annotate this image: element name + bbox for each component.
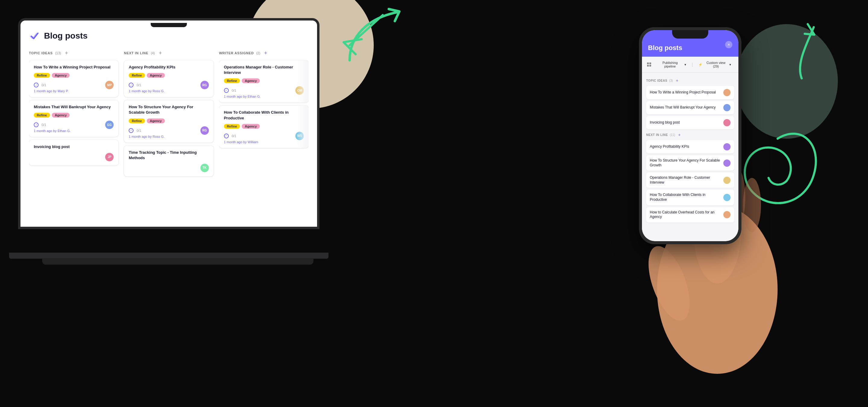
card-time-1: 1 month ago by Mary P. [34, 89, 114, 93]
svg-rect-2 [650, 62, 651, 64]
phone-avatar-6 [723, 177, 731, 184]
phone-section-title-next: NEXT IN LINE [646, 133, 668, 136]
svg-rect-4 [650, 65, 651, 67]
tag-refine-5: Refine [129, 119, 145, 123]
card-title-3: Invoicing blog post [34, 144, 114, 150]
card-title-8: How To Collaborate With Clients in Produ… [224, 110, 304, 121]
phone-item-text-6: Operations Manager Role - Customer Inter… [650, 176, 723, 185]
add-next-button[interactable]: + [157, 50, 163, 56]
card-time-7: 1 month ago by Ethan G. [224, 95, 304, 98]
card-8: How To Collaborate With Clients in Produ… [219, 105, 309, 148]
add-writer-button[interactable]: + [263, 50, 269, 56]
laptop-foot [42, 258, 313, 265]
card-4: Agency Profitability KPIs Refine Agency … [124, 60, 213, 97]
tag-agency: Agency [52, 73, 70, 78]
card-bottom-7: ✓ 0/1 OM [224, 86, 304, 95]
tag-refine-4: Refine [129, 73, 145, 78]
svg-line-0 [350, 15, 383, 45]
card-status-text-4: 0/1 [136, 83, 141, 87]
check-icon-8: ✓ [224, 133, 229, 138]
custom-view-button[interactable]: ⚡ Custom view (29) ▾ [696, 60, 734, 69]
card-status-7: ✓ 0/1 [224, 88, 236, 93]
card-2: Mistakes That Will Bankrupt Your Agency … [29, 100, 119, 137]
phone-list-item-8: How to Calculate Overhead Costs for an A… [646, 207, 734, 222]
card-tags-4: Refine Agency [129, 73, 209, 78]
laptop-base [9, 253, 329, 259]
check-icon-5: ✓ [129, 128, 133, 133]
phone-list-item-4: Agency Profitability KPIs [646, 140, 734, 153]
card-bottom-6: TK [129, 164, 209, 172]
phone-add-topic-button[interactable]: + [676, 78, 678, 83]
divider: | [692, 62, 693, 67]
card-tags-7: Refine Agency [224, 79, 304, 83]
phone-item-text-8: How to Calculate Overhead Costs for an A… [650, 210, 723, 219]
phone-content: TOPIC IDEAS (3) + How To Write a Winning… [642, 73, 738, 241]
avatar-8: WS [296, 132, 304, 140]
card-status-text-7: 0/1 [232, 89, 236, 92]
phone-wrapper: Blog posts × Publishing pipeline ▾ | ⚡ [639, 27, 753, 256]
phone-item-text-2: Mistakes That Will Bankrupt Your Agency [650, 105, 723, 110]
tag-agency-5: Agency [147, 119, 165, 123]
column-count-topic-ideas: (13) [55, 51, 61, 55]
column-topic-ideas: TOPIC IDEAS (13) + How To Write a Winnin… [29, 50, 119, 179]
chevron-down-icon: ▾ [684, 63, 686, 67]
card-time-2: 1 month ago by Ethan G. [34, 129, 114, 133]
phone-avatar-5 [723, 159, 731, 167]
card-tags-2: Refine Agency [34, 113, 114, 118]
app-title: Blog posts [44, 31, 88, 41]
column-title-topic-ideas: TOPIC IDEAS [29, 51, 53, 55]
card-5: How To Structure Your Agency For Scalabl… [124, 100, 213, 142]
tag-agency-8: Agency [242, 124, 260, 129]
card-tags-1: Refine Agency [34, 73, 114, 78]
phone-notch [672, 30, 708, 39]
avatar-1: MP [105, 81, 114, 89]
phone-item-text-3: Invoicing blog post [650, 120, 723, 125]
card-6: Time Tracking Topic - Time Inputting Met… [124, 146, 213, 176]
card-time-8: 1 month ago by William [224, 140, 304, 144]
card-status-text-1: 0/1 [41, 83, 46, 87]
card-status-text-8: 0/1 [232, 134, 236, 138]
deco-arrow-top [338, 6, 428, 67]
card-bottom-5: ✓ 0/1 RG [129, 126, 209, 135]
card-time-4: 1 month ago by Ross G. [129, 89, 209, 93]
phone-avatar-3 [723, 119, 731, 126]
phone-app-title: Blog posts [648, 44, 682, 52]
add-topic-ideas-button[interactable]: + [63, 50, 69, 56]
avatar-3: JP [105, 153, 114, 161]
custom-view-label: Custom view (29) [704, 61, 728, 68]
card-title-6: Time Tracking Topic - Time Inputting Met… [129, 150, 209, 161]
laptop-notch [151, 23, 187, 27]
phone-avatar-8 [723, 211, 731, 218]
card-status-text-5: 0/1 [136, 129, 141, 132]
phone-toolbar: Publishing pipeline ▾ | ⚡ Custom view (2… [642, 57, 738, 73]
phone-item-text-7: How To Collaborate With Clients in Produ… [650, 193, 723, 202]
app-container: Blog posts TOPIC IDEAS (13) + How To Wri [21, 21, 317, 227]
column-next-in-line: NEXT IN LINE (4) + Agency Profitability … [124, 50, 213, 179]
phone-list-item-7: How To Collaborate With Clients in Produ… [646, 190, 734, 205]
phone-section-next-in-line: NEXT IN LINE (11) + [646, 132, 734, 137]
phone-section-topic-ideas: TOPIC IDEAS (3) + [646, 78, 734, 83]
publishing-pipeline-button[interactable]: Publishing pipeline ▾ [654, 60, 689, 69]
avatar-4: RG [200, 81, 209, 89]
card-status-8: ✓ 0/1 [224, 133, 236, 138]
card-title-4: Agency Profitability KPIs [129, 64, 209, 70]
card-bottom-2: ✓ 0/1 EG [34, 121, 114, 129]
phone-list-item-3: Invoicing blog post [646, 116, 734, 129]
phone-section-title-topic: TOPIC IDEAS [646, 79, 667, 82]
phone-avatar-2 [723, 104, 731, 111]
column-count-next: (4) [151, 51, 155, 55]
chevron-down-icon-2: ▾ [730, 63, 731, 67]
column-title-writer: WRITER ASSIGNED [219, 51, 254, 55]
phone-screen: Blog posts × Publishing pipeline ▾ | ⚡ [642, 30, 738, 241]
card-title-7: Operations Manager Role - Customer Inter… [224, 64, 304, 75]
app-header: Blog posts [29, 30, 309, 41]
avatar-6: TK [200, 164, 209, 172]
phone-body: Blog posts × Publishing pipeline ▾ | ⚡ [639, 27, 741, 244]
card-status-4: ✓ 0/1 [129, 83, 141, 87]
tag-agency-4: Agency [147, 73, 165, 78]
tag-refine-7: Refine [224, 79, 240, 83]
column-header-topic-ideas: TOPIC IDEAS (13) + [29, 50, 119, 56]
phone-add-next-button[interactable]: + [678, 132, 681, 137]
card-status-2: ✓ 0/1 [34, 122, 46, 127]
phone-close-button[interactable]: × [725, 41, 733, 48]
